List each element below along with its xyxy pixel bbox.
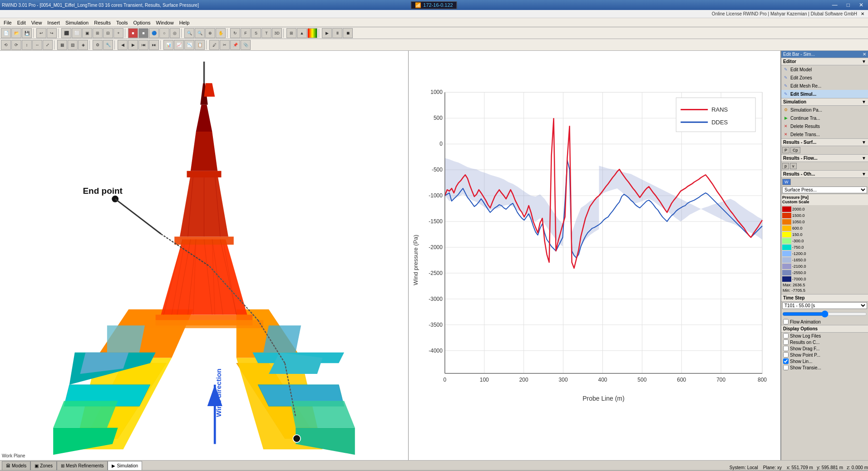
flow-animation-row[interactable]: Flow Animation xyxy=(781,319,868,325)
zoom-out-btn[interactable]: 🔍 xyxy=(195,28,205,38)
tb-btn-11[interactable]: ◎ xyxy=(170,28,180,38)
tb2-btn-17[interactable]: 📉 xyxy=(184,40,194,50)
tb2-btn-18[interactable]: 📋 xyxy=(195,40,205,50)
tb2-btn-13[interactable]: ⏮ xyxy=(138,40,148,50)
tb2-btn-21[interactable]: 📌 xyxy=(230,40,240,50)
tb-btn-5[interactable]: ⊟ xyxy=(103,28,113,38)
menu-item-window[interactable]: Window xyxy=(153,19,177,26)
tb2-btn-4[interactable]: ↔ xyxy=(32,40,42,50)
results-oth-section[interactable]: Results - Oth... ▼ xyxy=(781,170,868,178)
tb2-btn-20[interactable]: ✂ xyxy=(220,40,230,50)
menu-item-insert[interactable]: Insert xyxy=(44,19,63,26)
minimize-button[interactable]: — xyxy=(829,2,840,8)
surf-btn-p[interactable]: P xyxy=(782,147,789,153)
redo-btn[interactable]: ↪ xyxy=(47,28,57,38)
tb-btn-10[interactable]: ○ xyxy=(159,28,169,38)
top-view-btn[interactable]: T xyxy=(261,28,271,38)
tb2-btn-3[interactable]: ↕ xyxy=(22,40,32,50)
edit-zones-btn[interactable]: ✎ Edit Zones xyxy=(781,74,868,82)
time-step-slider[interactable] xyxy=(781,309,868,319)
edit-model-btn[interactable]: ✎ Edit Model xyxy=(781,65,868,74)
mesh-btn[interactable]: ⊞ xyxy=(286,28,296,38)
tab-mesh-refinements[interactable]: ⊞ Mesh Refinements xyxy=(57,461,108,470)
tb2-btn-8[interactable]: ◈ xyxy=(78,40,88,50)
tab-zones[interactable]: ▣ Zones xyxy=(30,461,57,470)
zoom-fit-btn[interactable]: ⊕ xyxy=(205,28,215,38)
menu-item-simulation[interactable]: Simulation xyxy=(63,19,91,26)
menu-item-results[interactable]: Results xyxy=(91,19,113,26)
tb2-btn-5[interactable]: ⤢ xyxy=(43,40,53,50)
tb2-btn-22[interactable]: 📎 xyxy=(241,40,251,50)
tb2-btn-6[interactable]: ▦ xyxy=(57,40,67,50)
show-log-files-checkbox[interactable] xyxy=(783,333,789,339)
show-log-files-row[interactable]: Show Log Files xyxy=(781,333,868,339)
iso-view-btn[interactable]: 3D xyxy=(272,28,282,38)
menu-item-view[interactable]: View xyxy=(29,19,45,26)
tb2-btn-14[interactable]: ⏭ xyxy=(149,40,159,50)
tb2-btn-10[interactable]: 🔧 xyxy=(103,40,113,50)
3d-view-panel[interactable]: End point Start point Wind direction Wor… xyxy=(0,51,409,460)
simulation-pa-btn[interactable]: ⚙ Simulation Pa... xyxy=(781,106,868,114)
show-drag-f-checkbox[interactable] xyxy=(783,346,789,351)
show-point-p-checkbox[interactable] xyxy=(783,352,789,358)
menu-item-options[interactable]: Options xyxy=(131,19,153,26)
tb-btn-4[interactable]: ⊞ xyxy=(93,28,103,38)
tb-btn-6[interactable]: + xyxy=(113,28,123,38)
results-flow-section[interactable]: Results - Flow... ▼ xyxy=(781,154,868,162)
show-transie-checkbox[interactable] xyxy=(783,365,789,370)
results-on-c-checkbox[interactable] xyxy=(783,339,789,345)
side-view-btn[interactable]: S xyxy=(251,28,261,38)
undo-btn[interactable]: ↩ xyxy=(36,28,46,38)
pause-btn[interactable]: ⏸ xyxy=(332,28,342,38)
tb2-btn-7[interactable]: ▧ xyxy=(68,40,78,50)
tb2-btn-2[interactable]: ⟳ xyxy=(11,40,21,50)
flow-btn-p[interactable]: p xyxy=(782,163,789,169)
tb2-btn-1[interactable]: ⟲ xyxy=(1,40,11,50)
show-lin-row[interactable]: Show Lin... xyxy=(781,358,868,364)
time-step-section[interactable]: Time Step xyxy=(781,294,868,302)
time-step-select[interactable]: T101 - 55.00 [s xyxy=(782,302,867,309)
tb-btn-3[interactable]: ▣ xyxy=(82,28,92,38)
color-btn[interactable] xyxy=(307,28,317,38)
rotate-btn[interactable]: ↻ xyxy=(230,28,240,38)
menu-item-tools[interactable]: Tools xyxy=(113,19,131,26)
results-surf-section[interactable]: Results - Surf... ▼ xyxy=(781,138,868,146)
surf-btn-cp[interactable]: Cp xyxy=(790,147,800,153)
show-point-p-row[interactable]: Show Point P... xyxy=(781,352,868,358)
license-close-btn[interactable]: ✕ xyxy=(861,11,864,16)
new-btn[interactable]: 📄 xyxy=(1,28,11,38)
surface-press-row[interactable]: Surface Press... xyxy=(781,186,868,194)
tb2-btn-12[interactable]: ▶ xyxy=(128,40,138,50)
flow-btn-v[interactable]: v xyxy=(790,163,797,169)
simulation-section[interactable]: Simulation ▼ xyxy=(781,98,868,106)
show-drag-f-row[interactable]: Show Drag F... xyxy=(781,345,868,352)
time-step-dropdown[interactable]: T101 - 55.00 [s xyxy=(781,302,868,309)
oth-btn-w[interactable]: W xyxy=(782,179,791,185)
menu-item-file[interactable]: File xyxy=(1,19,15,26)
tb-btn-2[interactable]: ⬜ xyxy=(72,28,82,38)
maximize-button[interactable]: □ xyxy=(844,2,853,8)
results-on-c-row[interactable]: Results on C... xyxy=(781,339,868,345)
display-options-section[interactable]: Display Options xyxy=(781,325,868,333)
edit-mesh-btn[interactable]: ✎ Edit Mesh Re... xyxy=(781,82,868,90)
delete-results-btn[interactable]: ✕ Delete Results xyxy=(781,122,868,130)
time-step-range[interactable] xyxy=(782,310,867,318)
continue-tra-btn[interactable]: ▶ Continue Tra... xyxy=(781,114,868,122)
editor-section[interactable]: Editor ▼ xyxy=(781,58,868,65)
delete-trans-btn[interactable]: ✕ Delete Trans... xyxy=(781,130,868,138)
play-btn[interactable]: ▶ xyxy=(322,28,332,38)
tb2-btn-9[interactable]: ⚙ xyxy=(93,40,103,50)
tb-btn-7[interactable]: ■ xyxy=(128,28,138,38)
tb-btn-8[interactable]: ■ xyxy=(138,28,148,38)
save-btn[interactable]: 💾 xyxy=(22,28,32,38)
render-btn[interactable]: ▲ xyxy=(297,28,307,38)
close-button[interactable]: ✕ xyxy=(856,2,866,8)
front-view-btn[interactable]: F xyxy=(241,28,251,38)
tb2-btn-16[interactable]: 📈 xyxy=(174,40,184,50)
tb2-btn-15[interactable]: 📊 xyxy=(163,40,173,50)
tb-btn-1[interactable]: ⬛ xyxy=(61,28,71,38)
edit-simul-btn[interactable]: ✎ Edit Simul... xyxy=(781,90,868,98)
menu-item-help[interactable]: Help xyxy=(177,19,192,26)
surface-press-select[interactable]: Surface Press... xyxy=(782,186,867,193)
tab-simulation[interactable]: ▶ Simulation xyxy=(108,461,142,470)
